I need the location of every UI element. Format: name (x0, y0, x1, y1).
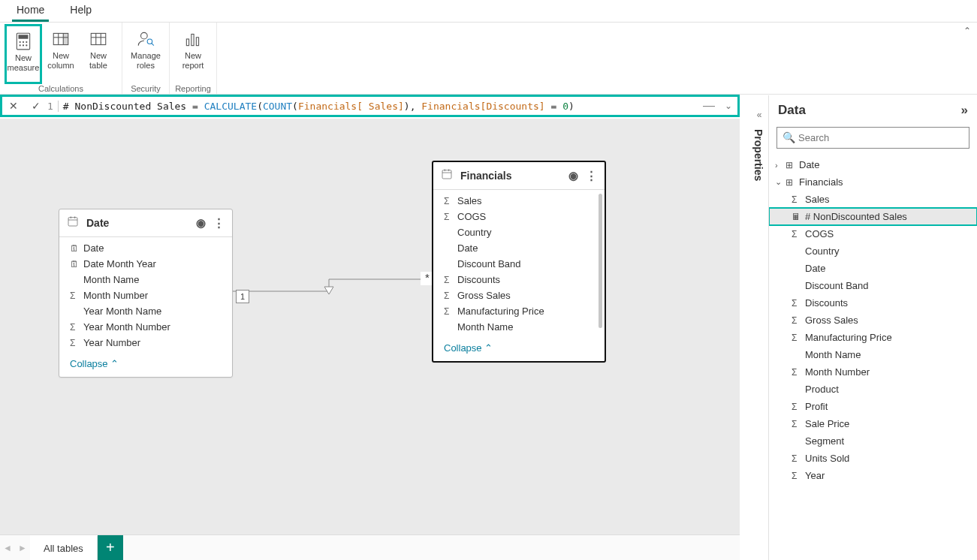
field-row[interactable]: ΣGross Sales (433, 288, 605, 303)
bar-chart-icon (183, 27, 203, 51)
collapse-data-pane-button[interactable]: » (961, 103, 968, 118)
entity-header-financials[interactable]: Financials ◉ ⋮ (433, 162, 605, 190)
visibility-icon[interactable]: ◉ (196, 216, 206, 230)
sigma-icon: Σ (444, 306, 457, 317)
formula-cancel-button[interactable]: ✕ (2, 100, 25, 112)
tree-field[interactable]: ΣGross Sales (769, 312, 977, 329)
sigma-icon: Σ (444, 291, 457, 301)
new-column-button[interactable]: New column (42, 24, 80, 84)
tree-field-nondiscounted-sales[interactable]: 🖩# NonDiscounted Sales (769, 208, 977, 225)
tab-nav-next[interactable]: ► (15, 535, 30, 560)
formula-expand-button[interactable]: ⌄ (719, 101, 737, 111)
field-row[interactable]: ΣManufacturing Price (433, 303, 605, 319)
svg-rect-21 (191, 35, 194, 46)
field-row[interactable]: ΣDiscounts (433, 272, 605, 288)
data-search-input[interactable] (776, 127, 969, 149)
more-options-icon[interactable]: ⋮ (213, 216, 225, 230)
search-icon: 🔍 (783, 131, 795, 143)
new-report-button[interactable]: New report (174, 24, 212, 84)
svg-rect-20 (186, 39, 188, 46)
svg-point-5 (20, 44, 21, 46)
manage-roles-button[interactable]: Manage roles (127, 24, 164, 84)
sigma-icon: Σ (792, 453, 805, 464)
svg-point-2 (20, 41, 21, 43)
expand-properties-button[interactable]: « (750, 105, 768, 125)
tree-field[interactable]: Segment (769, 432, 977, 450)
sigma-icon: Σ (792, 229, 805, 239)
entity-date[interactable]: Date ◉ ⋮ 🗓Date 🗓Date Month Year Month Na… (59, 209, 233, 378)
layout-tab-all-tables[interactable]: All tables (30, 535, 98, 560)
sigma-icon: Σ (792, 194, 805, 205)
field-row[interactable]: Date (433, 240, 605, 256)
bottom-tab-bar: ◄ ► All tables + (0, 534, 740, 560)
formula-input[interactable]: 1# NonDiscounted Sales = CALCULATE(COUNT… (47, 101, 703, 112)
field-row[interactable]: ΣYear Number (59, 335, 232, 351)
model-canvas[interactable]: 1 * Date ◉ ⋮ 🗓Date 🗓Date Month Year Mont… (0, 119, 740, 534)
ribbon-collapse-caret-icon[interactable]: ⌃ (963, 26, 971, 36)
scrollbar[interactable] (599, 194, 602, 328)
ribbon-group-reporting: New report Reporting (170, 23, 217, 94)
new-table-button[interactable]: New table (80, 24, 117, 84)
add-layout-button[interactable]: + (98, 535, 123, 560)
chevron-up-icon: ⌃ (110, 358, 119, 369)
sigma-icon: Σ (444, 212, 457, 222)
tree-field[interactable]: ΣCOGS (769, 225, 977, 242)
field-row[interactable]: Year Month Name (59, 303, 232, 319)
tree-field[interactable]: ΣMonth Number (769, 363, 977, 381)
svg-rect-13 (91, 33, 106, 44)
field-row[interactable]: 🗓Date (59, 240, 232, 256)
field-row[interactable]: Country (433, 224, 605, 240)
sigma-icon: Σ (444, 275, 457, 285)
svg-point-7 (26, 44, 27, 46)
svg-rect-12 (63, 33, 68, 44)
formula-bar: ✕ ✓ 1# NonDiscounted Sales = CALCULATE(C… (0, 95, 740, 117)
sigma-icon: Σ (792, 419, 805, 429)
tree-field[interactable]: Month Name (769, 346, 977, 363)
svg-line-19 (152, 43, 154, 45)
formula-commit-button[interactable]: ✓ (25, 100, 47, 112)
entity-title: Financials (460, 170, 511, 182)
table-column-icon (51, 27, 71, 51)
entity-financials[interactable]: Financials ◉ ⋮ ΣSales ΣCOGS Country Date… (432, 161, 606, 363)
collapse-link[interactable]: Collapse ⌃ (433, 336, 605, 361)
tab-nav-prev[interactable]: ◄ (0, 535, 15, 560)
tree-table-financials[interactable]: ⌄ ⊞ Financials (769, 173, 977, 191)
tree-field[interactable]: ΣUnits Sold (769, 450, 977, 467)
field-row[interactable]: ΣSales (433, 193, 605, 209)
tree-field[interactable]: ΣSales (769, 191, 977, 208)
field-row[interactable]: Discount Band (433, 256, 605, 272)
tree-field[interactable]: ΣProfit (769, 398, 977, 415)
field-row[interactable]: 🗓Date Month Year (59, 256, 232, 272)
tab-home[interactable]: Home (12, 0, 49, 22)
sigma-icon: Σ (792, 471, 805, 481)
sigma-icon: Σ (70, 291, 83, 301)
visibility-icon[interactable]: ◉ (568, 169, 578, 182)
svg-point-17 (141, 32, 148, 39)
properties-pane-collapsed: « Properties (750, 105, 768, 191)
tree-field[interactable]: ΣManufacturing Price (769, 329, 977, 346)
collapse-link[interactable]: Collapse ⌃ (59, 352, 232, 377)
field-row[interactable]: Month Name (433, 319, 605, 335)
properties-label[interactable]: Properties (750, 125, 767, 191)
field-row[interactable]: ΣMonth Number (59, 288, 232, 303)
chevron-up-icon: ⌃ (484, 342, 493, 354)
new-measure-button[interactable]: New measure (5, 24, 42, 84)
more-options-icon[interactable]: ⋮ (586, 169, 597, 182)
sigma-icon: Σ (792, 333, 805, 343)
field-row[interactable]: ΣCOGS (433, 209, 605, 224)
tree-field[interactable]: Discount Band (769, 277, 977, 294)
chevron-right-icon: › (775, 161, 786, 170)
field-row[interactable]: Month Name (59, 272, 232, 288)
tree-field[interactable]: ΣYear (769, 467, 977, 484)
tree-table-date[interactable]: › ⊞ Date (769, 156, 977, 173)
field-row[interactable]: ΣYear Month Number (59, 319, 232, 335)
tree-field[interactable]: ΣDiscounts (769, 294, 977, 312)
tree-field[interactable]: Product (769, 381, 977, 398)
tab-help[interactable]: Help (65, 0, 96, 22)
ribbon-group-label-security: Security (127, 84, 164, 94)
tree-field[interactable]: Date (769, 260, 977, 277)
entity-title: Date (86, 217, 109, 229)
entity-header-date[interactable]: Date ◉ ⋮ (59, 209, 232, 237)
tree-field[interactable]: Country (769, 242, 977, 260)
tree-field[interactable]: ΣSale Price (769, 415, 977, 432)
